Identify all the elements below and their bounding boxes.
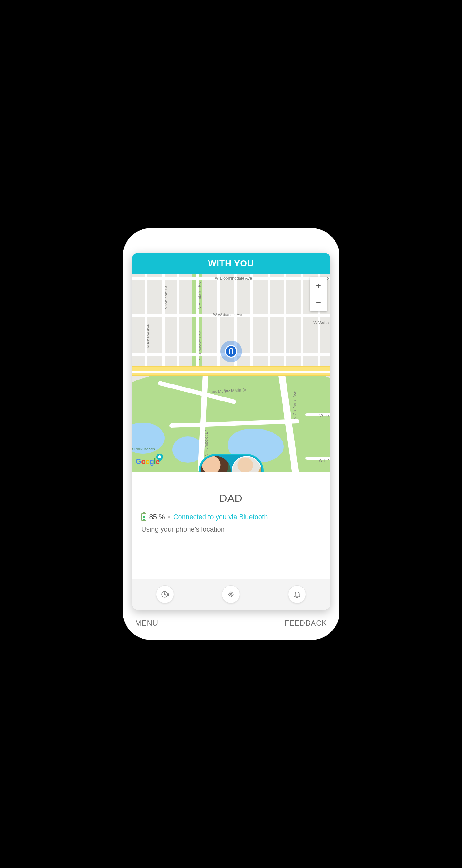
street-label: N Humboldt Blvd [197, 279, 202, 310]
bluetooth-icon [227, 590, 235, 598]
battery-percent: 85 % [150, 513, 165, 521]
notifications-button[interactable] [288, 585, 306, 603]
status-row: 85 % • Connected to you via Bluetooth [141, 513, 321, 521]
zoom-controls: + − [310, 277, 327, 311]
bottom-toolbar [132, 579, 330, 610]
avatar-dad[interactable] [232, 456, 262, 472]
map-background: W Bloomingdale Ave W Bloo N Humboldt Blv… [132, 274, 330, 472]
menu-button[interactable]: MENU [135, 619, 159, 627]
bluetooth-button[interactable] [222, 585, 240, 603]
map-attribution: Google [136, 457, 160, 466]
street-label: N Humboldt Dr [204, 430, 208, 457]
street-label: W Bloomingdale Ave [215, 276, 252, 280]
header-bar: WITH YOU [132, 253, 330, 274]
connection-status: Connected to you via Bluetooth [173, 513, 268, 521]
poi-label: t Park Beach [132, 447, 155, 451]
phone-location-icon [225, 345, 237, 358]
zoom-in-button[interactable]: + [310, 277, 327, 294]
street-label: W Le [319, 413, 329, 418]
street-label: N Albany Ave [146, 324, 151, 348]
separator-dot: • [168, 514, 170, 521]
avatar-you[interactable] [201, 456, 231, 472]
current-location-marker[interactable] [220, 341, 242, 362]
header-title: WITH YOU [208, 258, 254, 268]
street-label: W Wabansia Ave [213, 312, 243, 317]
location-source-text: Using your phone's location [141, 525, 321, 533]
phone-icon [229, 348, 233, 354]
street-label: N Whipple St [164, 286, 168, 310]
history-icon [161, 590, 169, 599]
frame-footer: MENU FEEDBACK [132, 610, 330, 630]
svg-point-2 [233, 594, 234, 594]
street-label: N Humboldt Blvd [198, 330, 202, 361]
history-button[interactable] [156, 585, 174, 603]
phone-frame: WITH YOU [123, 228, 339, 640]
selected-person-name: DAD [141, 492, 321, 504]
street-label: W Hir [319, 458, 329, 463]
map-view[interactable]: W Bloomingdale Ave W Bloo N Humboldt Blv… [132, 274, 330, 472]
info-panel: DAD 85 % • Connected to you via Bluetoot… [132, 472, 330, 579]
bell-icon [293, 590, 301, 598]
street-label: N California Ave [292, 391, 297, 420]
battery-icon [141, 513, 146, 521]
street-label: W Waba [314, 320, 329, 325]
zoom-out-button[interactable]: − [310, 294, 327, 311]
people-selector[interactable] [199, 454, 264, 472]
feedback-button[interactable]: FEEDBACK [285, 619, 327, 627]
svg-point-1 [228, 594, 229, 594]
map-major-road [132, 366, 330, 376]
app-screen: WITH YOU [132, 253, 330, 610]
